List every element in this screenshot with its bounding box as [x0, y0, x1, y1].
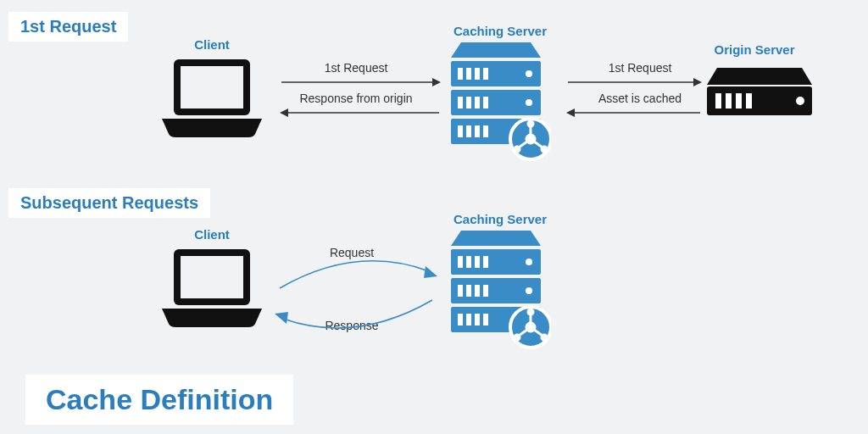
svg-point-16 [526, 99, 532, 106]
caching-server-label-2: Caching Server [441, 212, 559, 226]
svg-rect-42 [458, 314, 463, 326]
svg-marker-67 [566, 108, 575, 117]
svg-rect-43 [466, 314, 471, 326]
svg-point-59 [796, 97, 804, 105]
origin-server-icon [705, 66, 814, 125]
svg-rect-14 [475, 97, 480, 108]
caching-server-label-1: Caching Server [441, 24, 559, 38]
svg-point-28 [515, 147, 520, 152]
svg-rect-33 [466, 256, 471, 268]
caching-server-icon [449, 39, 551, 166]
svg-rect-38 [466, 285, 471, 297]
svg-rect-1 [181, 66, 243, 108]
svg-rect-32 [458, 256, 463, 268]
arrow-label-asset-is-cached: Asset is cached [576, 92, 704, 105]
diagram-title: Cache Definition [25, 375, 293, 425]
svg-rect-45 [483, 314, 488, 326]
arrow-label-response-from-origin: Response from origin [280, 92, 432, 105]
svg-rect-57 [736, 93, 742, 108]
arrow-left-icon [566, 107, 702, 119]
svg-point-11 [526, 70, 532, 77]
svg-rect-3 [181, 256, 243, 298]
svg-rect-56 [726, 93, 732, 108]
svg-rect-37 [458, 285, 463, 297]
svg-rect-12 [458, 97, 463, 108]
arrow-left-icon [280, 107, 441, 119]
curved-arrow-left-icon [271, 293, 441, 336]
svg-rect-9 [475, 68, 480, 80]
section-first-request-header: 1st Request [8, 12, 128, 42]
svg-marker-63 [280, 108, 288, 117]
svg-marker-65 [693, 78, 702, 86]
svg-marker-61 [432, 78, 441, 86]
svg-point-53 [515, 335, 520, 340]
svg-rect-10 [483, 68, 488, 80]
svg-point-41 [526, 287, 532, 294]
svg-point-49 [528, 309, 533, 314]
svg-point-51 [542, 335, 547, 340]
client-label-1: Client [170, 37, 254, 52]
arrow-right-icon [566, 76, 702, 88]
caching-server-icon [449, 227, 551, 354]
svg-rect-55 [715, 93, 721, 108]
svg-rect-58 [746, 93, 752, 108]
origin-server-label: Origin Server [704, 42, 805, 57]
svg-rect-8 [466, 68, 471, 80]
section-subsequent-requests-header: Subsequent Requests [8, 188, 210, 218]
svg-rect-40 [483, 285, 488, 297]
arrow-label-1st-request-left: 1st Request [280, 61, 432, 75]
svg-rect-44 [475, 314, 480, 326]
arrow-label-1st-request-right: 1st Request [576, 61, 704, 75]
svg-marker-69 [275, 312, 288, 324]
svg-rect-35 [483, 256, 488, 268]
svg-rect-39 [475, 285, 480, 297]
arrow-right-icon [280, 76, 441, 88]
curved-arrow-right-icon [271, 254, 441, 297]
svg-rect-18 [466, 125, 471, 137]
client-label-2: Client [170, 227, 254, 242]
svg-point-36 [526, 259, 532, 265]
svg-marker-68 [424, 266, 437, 278]
laptop-icon [157, 53, 267, 146]
svg-rect-34 [475, 256, 480, 268]
svg-rect-7 [458, 68, 463, 80]
laptop-icon [157, 242, 267, 336]
svg-rect-13 [466, 97, 471, 108]
svg-rect-19 [475, 125, 480, 137]
svg-rect-17 [458, 125, 463, 137]
svg-point-24 [528, 121, 533, 126]
svg-point-26 [542, 147, 547, 152]
svg-rect-20 [483, 125, 488, 137]
svg-rect-15 [483, 97, 488, 108]
